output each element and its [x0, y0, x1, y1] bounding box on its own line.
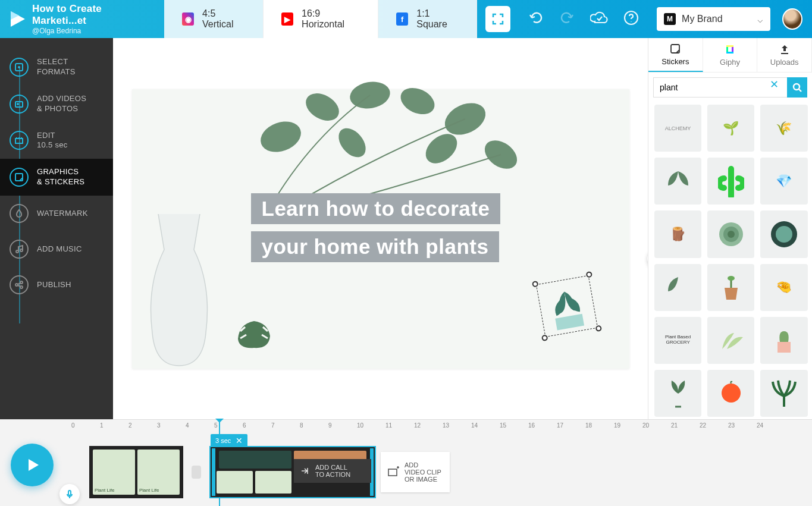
sticker-item[interactable]	[707, 158, 754, 205]
svg-point-37	[776, 226, 792, 243]
canvas-text-overlay[interactable]: Learn how to decorate your home with pla…	[251, 193, 501, 269]
video-canvas[interactable]: Learn how to decorate your home with pla…	[132, 89, 629, 369]
time-ruler[interactable]: 0123456789101112131415161718192021222324	[71, 420, 812, 433]
step-label: FORMATS	[37, 67, 76, 77]
fullscreen-button[interactable]	[485, 6, 510, 32]
sticker-item[interactable]: Plant BasedGROCERY	[654, 317, 701, 364]
sticker-item[interactable]: 🌾	[760, 105, 807, 152]
sticker-item[interactable]	[760, 210, 807, 257]
headline-line1: Learn how to decorate	[251, 193, 501, 224]
step-label: GRAPHICS	[37, 167, 84, 177]
ruler-tick: 22	[700, 422, 706, 429]
clip-thumb	[217, 471, 253, 494]
format-tab-square[interactable]: f 1:1 Square	[378, 0, 477, 38]
cloud-save-icon[interactable]	[590, 10, 608, 28]
step-label: ADD MUSIC	[37, 244, 82, 254]
tab-uploads[interactable]: Uploads	[757, 38, 812, 72]
project-author: @Olga Bedrina	[32, 27, 156, 35]
svg-rect-30	[726, 45, 733, 47]
step-edit[interactable]: EDIT10.5 sec	[0, 122, 113, 159]
ruler-tick: 1	[100, 422, 104, 429]
format-tab-vertical[interactable]: ◉ 4:5 Vertical	[164, 0, 264, 38]
project-block: How to Create Marketi...et @Olga Bedrina	[0, 3, 164, 35]
step-watermark[interactable]: WATERMARK	[0, 196, 113, 231]
timeline-clip[interactable]: Plant Life Plant Life	[89, 446, 183, 498]
voiceover-button[interactable]	[59, 484, 80, 504]
sticker-item[interactable]	[707, 317, 754, 364]
svg-point-32	[794, 84, 800, 90]
clip-thumb	[255, 471, 291, 494]
step-label: WATERMARK	[37, 209, 88, 219]
svg-rect-43	[388, 469, 397, 476]
sticker-item[interactable]	[707, 264, 754, 311]
sticker-item[interactable]: 🤏	[760, 264, 807, 311]
sticker-item[interactable]	[654, 158, 701, 205]
svg-rect-31	[726, 52, 733, 54]
step-select-formats[interactable]: SELECTFORMATS	[0, 49, 113, 86]
help-button[interactable]	[623, 10, 639, 28]
sticker-item[interactable]	[707, 210, 754, 257]
ruler-tick: 19	[614, 422, 620, 429]
ruler-tick: 13	[443, 422, 449, 429]
search-button[interactable]	[787, 77, 807, 98]
headline-line2: your home with plants	[251, 231, 500, 262]
tab-giphy[interactable]: Giphy	[703, 38, 758, 72]
step-label: 10.5 sec	[37, 140, 68, 150]
tab-label: Giphy	[720, 58, 740, 67]
resize-handle[interactable]	[595, 325, 602, 332]
sticker-item[interactable]	[654, 370, 701, 417]
sticker-item[interactable]: 🪵	[654, 210, 701, 257]
sticker-item[interactable]: 🌱	[707, 105, 754, 152]
resize-handle[interactable]	[541, 334, 548, 341]
add-clip-icon	[387, 466, 400, 479]
selected-sticker[interactable]	[535, 275, 597, 337]
leaf-sticker[interactable]	[233, 318, 275, 351]
toolbar-actions	[528, 10, 639, 28]
svg-rect-39	[777, 342, 791, 353]
ruler-tick: 12	[414, 422, 421, 429]
user-avatar[interactable]	[782, 8, 802, 30]
step-add-media[interactable]: ADD VIDEOS& PHOTOS	[0, 86, 113, 122]
redo-button[interactable]	[559, 10, 575, 28]
clip-thumb	[219, 451, 291, 469]
sticker-item[interactable]: ALCHEMY	[654, 105, 701, 152]
succulent-sticker-icon	[535, 275, 597, 337]
ruler-tick: 15	[500, 422, 506, 429]
undo-button[interactable]	[528, 10, 544, 28]
clear-search-button[interactable]: ✕	[770, 77, 787, 98]
sticker-item[interactable]: 💎	[760, 158, 807, 205]
ruler-tick: 8	[300, 422, 303, 429]
transition-button[interactable]	[188, 446, 205, 498]
sticker-item[interactable]	[654, 264, 701, 311]
step-publish[interactable]: PUBLISH	[0, 267, 113, 303]
brand-selector[interactable]: M My Brand ⌵	[657, 7, 770, 31]
format-tab-horizontal[interactable]: ▶ 16:9 Horizontal	[264, 0, 378, 38]
sticker-item[interactable]	[760, 317, 807, 364]
sticker-item[interactable]	[707, 370, 754, 417]
music-icon	[10, 240, 29, 259]
add-clip-button[interactable]: ADDVIDEO CLIPOR IMAGE	[381, 452, 450, 492]
timeline: 0123456789101112131415161718192021222324…	[0, 419, 812, 506]
graphics-icon	[10, 168, 29, 187]
tab-stickers[interactable]: Stickers	[648, 38, 703, 72]
project-title[interactable]: How to Create Marketi...et	[32, 3, 156, 27]
clip-duration-chip: 3 sec ✕	[211, 434, 247, 447]
step-label: PUBLISH	[37, 280, 71, 290]
youtube-icon: ▶	[281, 12, 293, 26]
timeline-clip-selected[interactable]: 3 sec ✕ ADD CALLTO ACTION	[209, 446, 376, 498]
play-button[interactable]	[11, 444, 54, 486]
ruler-tick: 3	[157, 422, 161, 429]
workflow-sidebar: SELECTFORMATS ADD VIDEOS& PHOTOS EDIT10.…	[0, 38, 113, 419]
svg-point-40	[722, 384, 741, 403]
step-add-music[interactable]: ADD MUSIC	[0, 231, 113, 267]
search-input[interactable]	[653, 77, 770, 98]
resize-handle[interactable]	[531, 280, 538, 287]
svg-point-14	[256, 116, 305, 157]
resize-handle[interactable]	[585, 271, 592, 278]
close-icon[interactable]: ✕	[236, 436, 243, 445]
facebook-icon: f	[396, 12, 408, 26]
sticker-item[interactable]	[760, 370, 807, 417]
add-cta-button[interactable]: ADD CALLTO ACTION	[294, 459, 371, 483]
clip-trim-left[interactable]	[212, 448, 215, 496]
step-graphics-stickers[interactable]: GRAPHICS& STICKERS	[0, 159, 113, 196]
